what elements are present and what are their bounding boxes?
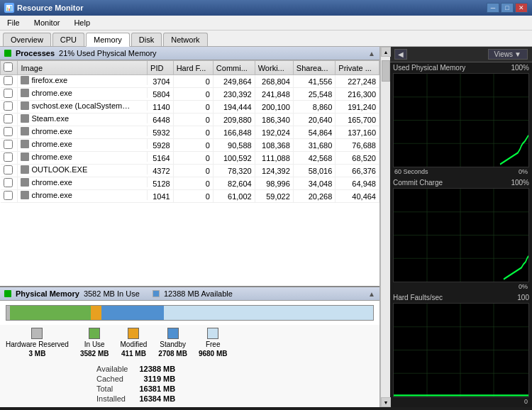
row-checkbox[interactable] [1,101,18,113]
menu-monitor[interactable]: Monitor [30,17,65,28]
table-row[interactable]: OUTLOOK.EXE 4372 0 78,320 124,392 58,016… [1,165,379,177]
table-row[interactable]: chrome.exe 5928 0 90,588 108,368 31,680 … [1,139,379,152]
scrollbar-thumb[interactable] [382,60,390,82]
memory-bar-segment-in-use [10,306,91,320]
row-name: chrome.exe [18,152,147,162]
tab-memory[interactable]: Memory [86,33,130,47]
row-checkbox[interactable] [1,152,18,165]
views-label: Views [494,50,514,58]
legend-value-text: 2708 MB [158,350,187,358]
scrollbar-up-button[interactable]: ▲ [381,47,391,57]
row-commit: 90,588 [213,139,255,152]
proc-icon [21,114,29,123]
chart2-title: Commit Charge [393,179,443,187]
legend-label-text: Modified [121,340,148,348]
table-row[interactable]: chrome.exe 5128 0 82,604 98,996 34,048 6… [1,177,379,190]
app-icon: 📊 [4,3,14,13]
row-checkbox[interactable] [1,126,18,139]
row-shareable: 25,548 [293,88,336,101]
row-pid: 1041 [148,190,174,203]
scrollbar-track[interactable] [381,57,390,397]
views-button[interactable]: Views ▼ [488,49,528,60]
table-row[interactable]: chrome.exe 5932 0 166,848 192,024 54,864… [1,126,379,139]
col-pid[interactable]: PID [148,61,174,75]
row-pid: 1140 [148,101,174,113]
row-checkbox[interactable] [1,165,18,177]
col-private[interactable]: Private ... [336,61,379,75]
row-commit: 82,604 [213,177,255,190]
row-private: 68,520 [336,152,379,165]
stat-installed-label: Installed [96,394,126,403]
row-commit: 209,880 [213,113,255,126]
in-use-label: 3582 MB In Use [84,289,140,298]
right-panel: ◀ Views ▼ Used Physical Memory 100% [390,47,532,407]
row-shareable: 42,568 [293,152,336,165]
processes-title: Processes [16,49,55,57]
physical-memory-section-header[interactable]: Physical Memory 3582 MB In Use 12388 MB … [0,286,379,301]
col-working[interactable]: Worki... [255,61,293,75]
legend-color-swatch [167,328,179,339]
processes-table[interactable]: Image PID Hard F... Commi... Worki... Sh… [0,60,379,286]
col-shareable[interactable]: Sharea... [293,61,336,75]
proc-icon [21,165,29,174]
maximize-button[interactable]: □ [501,3,514,13]
legend-item-free: Free 9680 MB [199,328,228,358]
row-shareable: 41,556 [293,75,336,88]
processes-collapse-icon[interactable]: ▲ [368,50,375,57]
row-checkbox[interactable] [1,113,18,126]
processes-section-header[interactable]: Processes 21% Used Physical Memory ▲ [0,47,379,60]
physical-memory-collapse-icon[interactable]: ▲ [368,290,375,298]
right-panel-header: ◀ Views ▼ [390,47,532,62]
chart2-footer: 0% [393,282,529,291]
table-row[interactable]: chrome.exe 5804 0 230,392 241,848 25,548… [1,88,379,101]
menu-file[interactable]: File [3,17,24,28]
legend-color-swatch [89,328,100,339]
menu-help[interactable]: Help [70,17,94,28]
chart-used-physical-memory: Used Physical Memory 100% 60 [390,62,532,177]
row-working: 111,088 [255,152,293,165]
row-shareable: 34,048 [293,177,336,190]
row-checkbox[interactable] [1,88,18,101]
row-private: 76,688 [336,139,379,152]
row-pid: 3704 [148,75,174,88]
col-commit[interactable]: Commi... [213,61,255,75]
legend-item-hardware-reserved: Hardware Reserved 3 MB [6,328,69,358]
proc-name-text: chrome.exe [31,153,72,161]
table-row[interactable]: firefox.exe 3704 0 249,864 268,804 41,55… [1,75,379,88]
row-pid: 6448 [148,113,174,126]
scrollbar-down-button[interactable]: ▼ [381,397,391,407]
legend-color-swatch [207,328,218,339]
proc-icon [21,89,29,97]
tab-cpu[interactable]: CPU [52,33,84,46]
close-button[interactable]: ✕ [515,3,528,13]
col-checkbox[interactable] [1,61,18,75]
expand-panel-button[interactable]: ◀ [394,49,407,60]
row-checkbox[interactable] [1,139,18,152]
row-private: 40,464 [336,190,379,203]
table-row[interactable]: Steam.exe 6448 0 209,880 186,340 20,640 … [1,113,379,126]
table-row[interactable]: chrome.exe 1041 0 61,002 59,022 20,268 4… [1,190,379,203]
stat-available-label: Available [96,365,128,373]
col-hardf[interactable]: Hard F... [173,61,213,75]
memory-bar-segment-free [164,306,373,320]
chart1-title-row: Used Physical Memory 100% [393,64,529,72]
row-name: chrome.exe [18,126,147,136]
processes-data-table: Image PID Hard F... Commi... Worki... Sh… [0,60,379,203]
chart3-footer: 0 [393,397,529,406]
col-image[interactable]: Image [18,61,148,75]
table-row[interactable]: chrome.exe 5164 0 100,592 111,088 42,568… [1,152,379,165]
row-checkbox[interactable] [1,190,18,203]
minimize-button[interactable]: ─ [487,3,499,13]
select-all-checkbox[interactable] [4,62,13,72]
main-scrollbar[interactable]: ▲ ▼ [380,47,390,407]
tab-network[interactable]: Network [163,33,207,46]
legend-color-swatch [31,328,43,339]
row-checkbox[interactable] [1,177,18,190]
legend-value-text: 3 MB [29,350,46,358]
memory-bar [6,305,374,321]
tab-overview[interactable]: Overview [3,33,51,46]
table-row[interactable]: svchost.exe (LocalSystemNet... 1140 0 19… [1,101,379,113]
tab-disk[interactable]: Disk [131,33,162,46]
row-checkbox[interactable] [1,75,18,88]
memory-legend: Hardware Reserved 3 MB In Use 3582 MB Mo… [0,325,379,360]
